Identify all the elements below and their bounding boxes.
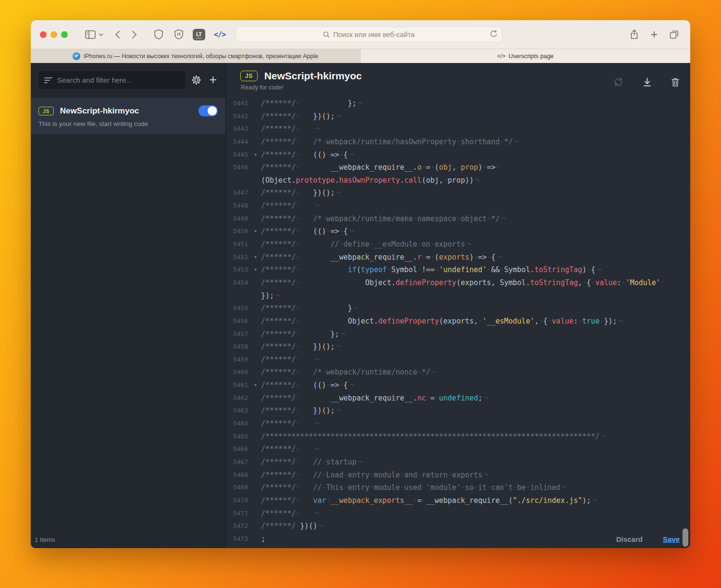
code-row: 5464/******/· ¬ <box>226 417 690 430</box>
fold-arrow-icon[interactable]: ▾ <box>254 149 257 162</box>
tab-bar: iP iPhones.ru — Новости высоких технолог… <box>31 49 690 63</box>
search-input[interactable] <box>57 76 180 84</box>
code-row: 5456/******/· Object.defineProperty(expo… <box>226 315 690 328</box>
line-number: 5467 <box>233 456 248 469</box>
code-row: 5465/***********************************… <box>226 430 690 443</box>
code-row: 5454/******/· Object.defineProperty(expo… <box>226 276 690 289</box>
line-number: 5444 <box>233 136 248 149</box>
sidebar-toggle-button[interactable] <box>85 30 96 39</box>
code-row: 5450▾/******/· (()·=>·{¬ <box>226 225 690 238</box>
code-lines: 5441/******/· };¬5442/******/· })();¬544… <box>226 97 690 545</box>
code-editor-pane: JS NewScript-hkirmyoc Ready for code! <box>226 63 690 548</box>
userscripts-app: + JS NewScript-hkirmyoc This is your new… <box>31 63 690 548</box>
code-row: 5463/******/· })();¬ <box>226 404 690 417</box>
line-number: 5471 <box>233 507 248 520</box>
download-button[interactable] <box>643 77 652 87</box>
share-button[interactable] <box>630 29 638 39</box>
code-row: 5469/******/· //·This·entry·module·used·… <box>226 481 690 494</box>
line-number: 5463 <box>233 404 248 417</box>
code-row: 5472/******/·})()¬ <box>226 520 690 533</box>
code-row: 5446/******/· __webpack_require__.o·=·(o… <box>226 161 690 174</box>
line-number: 5458 <box>233 340 248 353</box>
code-row: 5467/******/· //·startup¬ <box>226 456 690 469</box>
js-badge: JS <box>38 107 54 115</box>
code-row: 5466/******/· ¬ <box>226 443 690 456</box>
browser-toolbar: LT </> Поиск или имя веб-сайта + <box>31 20 690 49</box>
line-number: 5457 <box>233 328 248 341</box>
traffic-lights <box>40 31 68 38</box>
items-count: 1 Items <box>35 536 55 543</box>
code-row: 5451/******/· //·define·__esModule·on·ex… <box>226 238 690 251</box>
line-number: 5456 <box>233 315 248 328</box>
new-tab-button[interactable]: + <box>650 28 658 40</box>
code-row: 5442/******/· })();¬ <box>226 110 690 123</box>
line-number: 5461 <box>233 379 248 392</box>
line-number: 5451 <box>233 238 248 251</box>
code-row: 5448/******/· ¬ <box>226 200 690 213</box>
save-button[interactable]: Save <box>663 535 680 543</box>
close-window-button[interactable] <box>40 31 47 38</box>
tab-label: Userscripts page <box>509 53 554 60</box>
minimize-window-button[interactable] <box>50 31 57 38</box>
line-number: 5462 <box>233 392 248 405</box>
code-row: 5468/******/· //·Load·entry·module·and·r… <box>226 469 690 482</box>
js-badge: JS <box>240 71 258 81</box>
script-list-item[interactable]: JS NewScript-hkirmyoc This is your new f… <box>31 98 225 134</box>
script-name: NewScript-hkirmyoc <box>60 106 139 116</box>
shield-icon[interactable] <box>154 29 163 39</box>
chevron-down-icon[interactable] <box>99 33 103 36</box>
search-box[interactable] <box>38 71 186 89</box>
fold-arrow-icon[interactable]: ▾ <box>254 379 257 392</box>
address-bar[interactable]: Поиск или имя веб-сайта <box>236 26 502 42</box>
reload-button[interactable] <box>490 30 497 38</box>
tabs-overview-button[interactable] <box>670 30 679 39</box>
code-row: 5449/******/· /*·webpack/runtime/make·na… <box>226 213 690 225</box>
code-row: 5441/******/· };¬ <box>226 97 690 110</box>
line-number: 5473 <box>233 533 248 546</box>
script-enabled-toggle[interactable] <box>199 105 218 116</box>
line-number: 5442 <box>233 110 248 123</box>
address-placeholder: Поиск или имя веб-сайта <box>333 31 414 38</box>
tab-iphones[interactable]: iP iPhones.ru — Новости высоких технолог… <box>31 49 360 63</box>
line-number: 5449 <box>233 213 248 225</box>
fold-arrow-icon[interactable]: ▾ <box>254 251 257 264</box>
zoom-window-button[interactable] <box>61 31 68 38</box>
code-row: 5461▾/******/· (()·=>·{¬ <box>226 379 690 392</box>
line-number: 5441 <box>233 97 248 110</box>
back-button[interactable] <box>115 30 120 39</box>
line-number: 5455 <box>233 302 248 315</box>
scrollbar-thumb[interactable] <box>683 528 688 547</box>
trash-button[interactable] <box>671 77 680 87</box>
line-number: 5469 <box>233 481 248 494</box>
line-number: 5445 <box>233 149 248 162</box>
line-number: 5447 <box>233 187 248 200</box>
sidebar-header: + <box>31 63 225 98</box>
code-row: 5455/******/· }¬ <box>226 302 690 315</box>
userscripts-tab-icon: </> <box>497 53 505 59</box>
line-number: 5450 <box>233 225 248 238</box>
fold-arrow-icon[interactable]: ▾ <box>254 225 257 238</box>
tab-userscripts[interactable]: </> Userscripts page <box>360 49 690 63</box>
userscripts-extension-button[interactable]: </> <box>214 30 225 39</box>
add-script-button[interactable]: + <box>207 74 219 87</box>
line-number: 5460 <box>233 366 248 379</box>
code-row: 5471/******/· ¬ <box>226 507 690 520</box>
line-number: 5443 <box>233 123 248 136</box>
script-description: This is your new file, start writing cod… <box>38 120 218 127</box>
line-number: 5466 <box>233 443 248 456</box>
content-blocker-shield-icon[interactable] <box>174 29 183 39</box>
code-row: 5452▾/******/· __webpack_require__.r·=·(… <box>226 251 690 264</box>
fold-arrow-icon[interactable]: ▾ <box>254 263 257 276</box>
settings-button[interactable] <box>191 75 201 85</box>
code-row: 5445▾/******/· (()·=>·{¬ <box>226 149 690 162</box>
code-row: 5444/******/· /*·webpack/runtime/hasOwnP… <box>226 136 690 149</box>
line-number: 5453 <box>233 263 248 276</box>
languagetool-extension-button[interactable]: LT <box>193 29 205 40</box>
editor-subtitle: Ready for code! <box>241 84 362 91</box>
sync-button[interactable] <box>613 77 623 87</box>
discard-button[interactable]: Discard <box>616 535 643 543</box>
line-number: 5448 <box>233 200 248 213</box>
code-editor[interactable]: 5441/******/· };¬5442/******/· })();¬544… <box>226 97 690 548</box>
forward-button[interactable] <box>132 30 137 39</box>
line-number: 5464 <box>233 417 248 430</box>
